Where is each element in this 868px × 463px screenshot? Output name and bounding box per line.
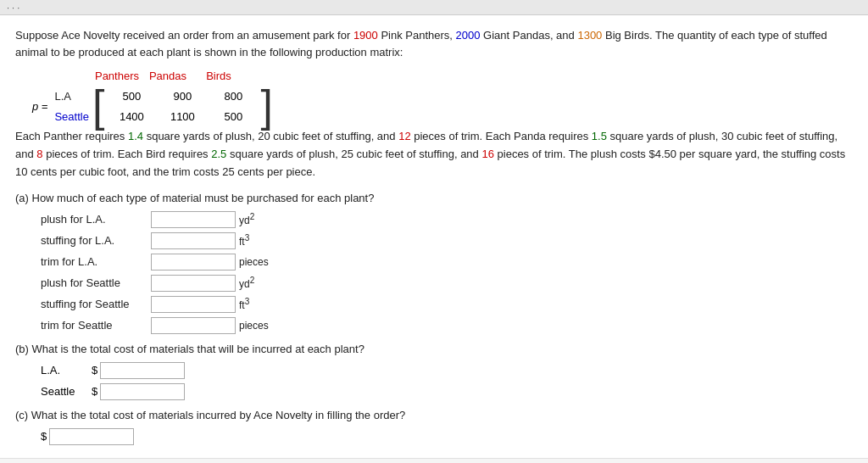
label-plush-la: plush for L.A. [41, 213, 151, 226]
input-row-stuffing-la: stuffing for L.A. ft3 [41, 232, 853, 249]
content-area: Suppose Ace Novelty received an order fr… [0, 15, 868, 458]
input-row-plush-la: plush for L.A. yd2 [41, 211, 853, 228]
unit-stuffing-seattle: ft3 [239, 297, 249, 311]
page-container: · · · Suppose Ace Novelty received an or… [0, 0, 868, 463]
p-label: p = [32, 100, 47, 113]
unit-plush-seattle: yd2 [239, 276, 254, 290]
item1-text: Pink Panthers, [378, 29, 456, 42]
conditions-text: Each Panther requires 1.4 square yards o… [15, 128, 853, 181]
label-stuffing-la: stuffing for L.A. [41, 234, 151, 247]
c2-plush: 1.5 [592, 130, 607, 142]
cell-11: 1100 [157, 110, 208, 123]
cell-12: 500 [208, 110, 259, 123]
part-c-row: $ [41, 428, 853, 445]
dollar-la: $ [92, 364, 97, 377]
qty3: 1300 [577, 29, 602, 42]
row-label-seattle: Seattle [54, 106, 88, 126]
input-row-trim-seattle: trim for Seattle pieces [41, 317, 853, 334]
label-trim-seattle: trim for Seattle [41, 319, 151, 332]
input-stuffing-seattle[interactable] [151, 296, 236, 313]
top-bar: · · · [0, 0, 868, 15]
matrix-col-headers: Panthers Pandas Birds [92, 70, 853, 82]
part-b-label-seattle: Seattle [41, 385, 92, 398]
input-total-cost[interactable] [49, 428, 134, 445]
cell-10: 1400 [106, 110, 157, 123]
part-b-row-la: L.A. $ [41, 362, 853, 379]
c3-trim: 16 [481, 148, 493, 160]
input-plush-seattle[interactable] [151, 275, 236, 292]
c2-trim: 8 [36, 148, 42, 160]
input-row-stuffing-seattle: stuffing for Seattle ft3 [41, 296, 853, 313]
cell-01: 900 [157, 90, 208, 103]
c3-plush: 2.5 [211, 148, 226, 160]
label-stuffing-seattle: stuffing for Seattle [41, 298, 151, 310]
item2-text: Giant Pandas, and [481, 29, 578, 42]
matrix-row-1: 1400 1100 500 [106, 106, 259, 126]
col-header-pandas: Pandas [142, 70, 193, 82]
input-cost-la[interactable] [100, 362, 185, 379]
part-b-label: (b) What is the total cost of materials … [15, 343, 853, 355]
input-plush-la[interactable] [151, 211, 236, 228]
matrix-section: Panthers Pandas Birds p = L.A Seattle [ … [15, 70, 853, 128]
col-header-birds: Birds [193, 70, 244, 82]
part-b-label-la: L.A. [41, 364, 92, 377]
c1-trim: 12 [398, 130, 410, 142]
input-trim-seattle[interactable] [151, 317, 236, 334]
unit-stuffing-la: ft3 [239, 233, 249, 248]
topbar-text: · · · [7, 3, 19, 13]
part-a-label: (a) How much of each type of material mu… [15, 192, 853, 204]
problem-intro: Suppose Ace Novelty received an order fr… [15, 27, 853, 61]
need-help-bar: Need Help? Read It Watch It Master It Ta… [0, 458, 868, 463]
qty2: 2000 [456, 29, 481, 42]
label-plush-seattle: plush for Seattle [41, 276, 151, 289]
input-trim-la[interactable] [151, 254, 236, 271]
unit-trim-seattle: pieces [239, 320, 269, 332]
part-c-label: (c) What is the total cost of materials … [15, 409, 853, 421]
row-labels: L.A Seattle [54, 86, 88, 126]
dollar-seattle: $ [92, 385, 97, 398]
input-row-plush-seattle: plush for Seattle yd2 [41, 275, 853, 292]
part-b-row-seattle: Seattle $ [41, 383, 853, 400]
label-trim-la: trim for L.A. [41, 255, 151, 268]
qty1: 1900 [353, 29, 378, 42]
cell-02: 800 [208, 90, 259, 103]
input-row-trim-la: trim for L.A. pieces [41, 254, 853, 271]
matrix-row-0: 500 900 800 [106, 86, 259, 106]
dollar-total: $ [41, 430, 47, 443]
col-header-panthers: Panthers [92, 70, 142, 82]
row-label-la: L.A [54, 86, 88, 106]
cell-00: 500 [106, 90, 157, 103]
intro-text: Suppose Ace Novelty received an order fr… [15, 29, 353, 42]
unit-trim-la: pieces [239, 256, 269, 268]
bracket-right: ] [260, 84, 272, 128]
matrix-outer: p = L.A Seattle [ 500 900 800 1400 1100 [32, 84, 853, 128]
c1-plush: 1.4 [128, 130, 143, 142]
bracket-left: [ [92, 84, 104, 128]
unit-plush-la: yd2 [239, 212, 254, 226]
input-cost-seattle[interactable] [100, 383, 185, 400]
matrix-data: 500 900 800 1400 1100 500 [106, 86, 259, 126]
input-stuffing-la[interactable] [151, 232, 236, 249]
